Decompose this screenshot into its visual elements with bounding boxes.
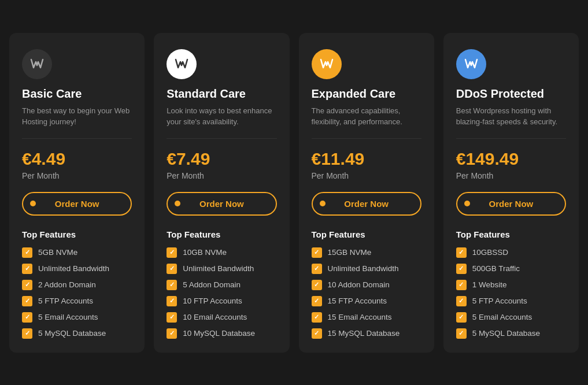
button-dot [30,201,36,206]
check-icon [167,328,177,339]
feature-list: 15GB NVMe Unlimited Bandwidth 10 Addon D… [312,247,421,339]
order-now-button[interactable]: Order Now [22,192,132,216]
feature-text: 5 Email Accounts [38,313,98,321]
plan-divider [22,138,132,139]
feature-item: 5GB NVMe [22,247,132,258]
plan-description: The advanced capabilities, flexibility, … [312,105,421,128]
order-now-button[interactable]: Order Now [312,192,421,216]
feature-item: 5 Addon Domain [167,280,276,290]
feature-text: 10 Addon Domain [328,280,390,289]
plan-card-basic: Basic Care The best way to begin your We… [9,33,145,353]
feature-item: 15GB NVMe [312,247,421,258]
plan-period: Per Month [456,171,566,180]
check-icon [456,296,467,306]
features-title: Top Features [456,229,566,239]
feature-item: 10GB NVMe [167,247,276,258]
check-icon [456,312,467,323]
feature-text: 5 MySQL Database [472,329,540,338]
order-button-label: Order Now [199,199,244,209]
feature-item: 1 Website [456,280,566,290]
feature-item: Unlimited Bandwidth [22,264,132,274]
plan-price: €149.49 [456,149,566,169]
feature-item: 500GB Traffic [456,264,566,274]
feature-item: 2 Addon Domain [22,280,132,290]
pricing-grid: Basic Care The best way to begin your We… [9,33,579,353]
check-icon [456,264,467,274]
feature-text: 10GBSSD [472,248,508,257]
features-title: Top Features [312,229,421,239]
feature-list: 10GBSSD 500GB Traffic 1 Website 5 FTP Ac… [456,247,566,339]
feature-item: 10GBSSD [456,247,566,258]
plan-icon [312,49,342,79]
plan-period: Per Month [22,171,132,180]
check-icon [22,312,32,323]
feature-item: 5 MySQL Database [22,328,132,339]
feature-text: 5 Email Accounts [472,313,532,321]
plan-price: €7.49 [167,149,276,169]
feature-item: 10 Addon Domain [312,280,421,290]
plan-title: Basic Care [22,87,132,101]
feature-text: Unlimited Bandwidth [183,264,254,273]
feature-item: 15 FTP Accounts [312,296,421,306]
feature-item: 5 Email Accounts [456,312,566,323]
feature-text: 5 MySQL Database [38,329,106,338]
plan-description: Look into ways to best enhance your site… [167,105,276,128]
check-icon [312,280,322,290]
order-button-label: Order Now [55,199,99,209]
feature-text: 10 MySQL Database [183,329,255,338]
plan-period: Per Month [312,171,421,180]
check-icon [312,247,322,258]
feature-text: Unlimited Bandwidth [328,264,399,273]
check-icon [312,264,322,274]
plan-description: Best Wordpress hosting with blazing-fast… [456,105,566,128]
feature-item: 10 MySQL Database [167,328,276,339]
plan-divider [456,138,566,139]
plan-card-standard: Standard Care Look into ways to best enh… [154,33,289,353]
check-icon [312,312,322,323]
plan-icon [167,49,197,79]
check-icon [456,247,467,258]
check-icon [312,296,322,306]
feature-text: 15 MySQL Database [328,329,400,338]
order-button-label: Order Now [489,199,534,209]
check-icon [22,264,32,274]
feature-item: 5 MySQL Database [456,328,566,339]
feature-item: 5 FTP Accounts [22,296,132,306]
feature-item: 15 MySQL Database [312,328,421,339]
plan-divider [167,138,276,139]
plan-price: €11.49 [312,149,421,169]
plan-title: DDoS Protected [456,87,566,101]
order-now-button[interactable]: Order Now [456,192,566,216]
button-dot [175,201,180,206]
button-dot [464,201,470,206]
feature-item: 5 Email Accounts [22,312,132,323]
check-icon [22,296,32,306]
check-icon [22,247,32,258]
button-dot [320,201,326,206]
features-title: Top Features [167,229,276,239]
feature-text: 5GB NVMe [38,248,77,257]
feature-text: 5 FTP Accounts [472,297,527,305]
plan-icon [22,49,52,79]
check-icon [22,328,32,339]
feature-text: 15 FTP Accounts [328,297,387,305]
order-button-label: Order Now [344,199,389,209]
check-icon [167,247,177,258]
feature-text: 5 Addon Domain [183,280,241,289]
feature-text: Unlimited Bandwidth [38,264,109,273]
check-icon [22,280,32,290]
features-title: Top Features [22,229,132,239]
feature-list: 10GB NVMe Unlimited Bandwidth 5 Addon Do… [167,247,276,339]
feature-text: 15GB NVMe [328,248,372,257]
check-icon [167,312,177,323]
plan-card-expanded: Expanded Care The advanced capabilities,… [299,33,434,353]
check-icon [312,328,322,339]
feature-item: 15 Email Accounts [312,312,421,323]
plan-title: Expanded Care [312,87,421,101]
plan-description: The best way to begin your Web Hosting j… [22,105,132,128]
feature-item: 5 FTP Accounts [456,296,566,306]
feature-item: Unlimited Bandwidth [312,264,421,274]
plan-period: Per Month [167,171,276,180]
plan-card-ddos: DDoS Protected Best Wordpress hosting wi… [443,33,579,353]
order-now-button[interactable]: Order Now [167,192,276,216]
